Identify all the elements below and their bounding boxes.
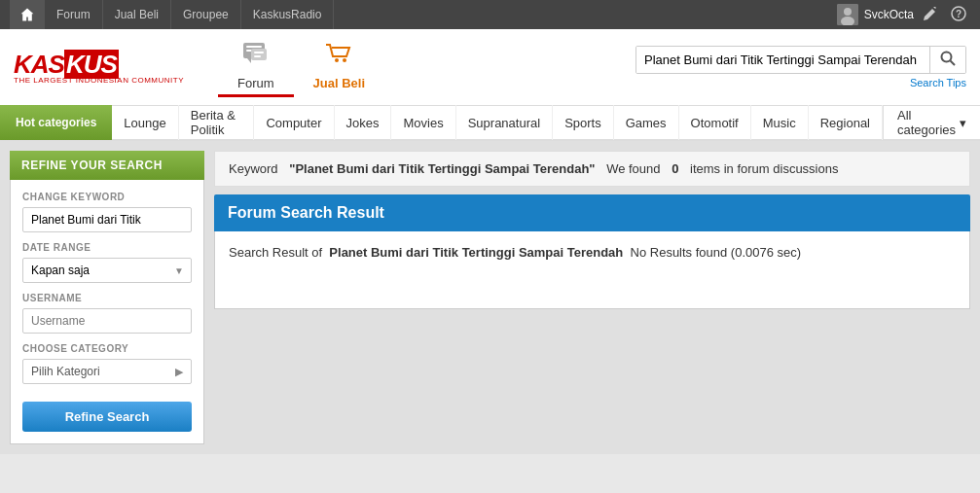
search-tips-link[interactable]: Search Tips bbox=[910, 77, 966, 88]
jualbeli-header-nav[interactable]: Jual Beli bbox=[294, 37, 384, 97]
jualbeli-nav-icon bbox=[324, 41, 353, 72]
top-nav-right: SvckOcta ? bbox=[837, 4, 970, 25]
all-categories-label: All categories bbox=[897, 108, 956, 137]
all-categories-button[interactable]: All categories ▾ bbox=[883, 105, 980, 140]
svg-point-12 bbox=[335, 58, 339, 62]
results-body: Search Result of Planet Bumi dari Titik … bbox=[214, 231, 970, 309]
jualbeli-nav-label: Jual Beli bbox=[313, 76, 365, 90]
banner-suffix: We found bbox=[606, 161, 660, 176]
date-range-select-wrap: Kapan saja Hari ini Minggu ini Bulan ini… bbox=[22, 258, 192, 283]
svg-rect-6 bbox=[246, 46, 262, 48]
cat-supranatural[interactable]: Supranatural bbox=[456, 105, 553, 140]
result-prefix: Search Result of bbox=[229, 245, 322, 260]
keyword-banner: Keyword "Planet Bumi dari Titik Tertingg… bbox=[214, 151, 970, 187]
avatar-image bbox=[837, 4, 858, 25]
top-nav-left: Forum Jual Beli Groupee KaskusRadio bbox=[10, 0, 334, 29]
top-navigation: Forum Jual Beli Groupee KaskusRadio Svck… bbox=[0, 0, 980, 29]
svg-rect-9 bbox=[251, 49, 267, 60]
cat-regional[interactable]: Regional bbox=[809, 105, 883, 140]
help-icon: ? bbox=[951, 6, 966, 21]
refine-search-button[interactable]: Refine Search bbox=[22, 402, 192, 432]
category-picker[interactable]: Pilih Kategori ▶ bbox=[22, 359, 192, 384]
cat-jokes[interactable]: Jokes bbox=[335, 105, 392, 140]
cart-icon bbox=[324, 41, 353, 66]
cat-sports[interactable]: Sports bbox=[553, 105, 614, 140]
refine-body: CHANGE KEYWORD DATE RANGE Kapan saja Har… bbox=[10, 180, 204, 444]
svg-text:?: ? bbox=[956, 9, 962, 19]
header-nav: Forum Jual Beli bbox=[218, 37, 384, 97]
choose-category-label: CHOOSE CATEGORY bbox=[22, 343, 192, 354]
search-icon bbox=[940, 51, 956, 66]
cat-berita[interactable]: Berita & Politik bbox=[179, 105, 255, 140]
cat-computer[interactable]: Computer bbox=[254, 105, 334, 140]
forum-nav-item[interactable]: Forum bbox=[45, 0, 103, 29]
banner-count: 0 bbox=[671, 161, 678, 176]
logo[interactable]: KASKUS THE LARGEST INDONESIAN COMMUNITY bbox=[14, 50, 208, 85]
cat-lounge[interactable]: Lounge bbox=[112, 105, 178, 140]
results-panel: Keyword "Planet Bumi dari Titik Tertingg… bbox=[214, 151, 970, 444]
home-button[interactable] bbox=[10, 0, 45, 29]
home-icon bbox=[19, 7, 35, 22]
result-suffix: No Results found (0.0076 sec) bbox=[631, 245, 802, 260]
keyword-input[interactable] bbox=[22, 207, 192, 232]
banner-items: items in forum discussions bbox=[690, 161, 838, 176]
kaskusradio-nav-item[interactable]: KaskusRadio bbox=[241, 0, 335, 29]
search-box bbox=[635, 46, 966, 74]
date-range-select[interactable]: Kapan saja Hari ini Minggu ini Bulan ini bbox=[22, 258, 192, 283]
help-button[interactable]: ? bbox=[947, 6, 970, 24]
username-label: SvckOcta bbox=[864, 8, 914, 21]
cat-music[interactable]: Music bbox=[751, 105, 809, 140]
search-button[interactable] bbox=[929, 47, 965, 73]
all-cat-arrow-icon: ▾ bbox=[960, 116, 966, 130]
category-arrow-icon: ▶ bbox=[175, 366, 183, 378]
refine-panel: REFINE YOUR SEARCH CHANGE KEYWORD DATE R… bbox=[10, 151, 204, 444]
refine-header: REFINE YOUR SEARCH bbox=[10, 151, 204, 180]
site-header: KASKUS THE LARGEST INDONESIAN COMMUNITY … bbox=[0, 29, 980, 106]
username-label: USERNAME bbox=[22, 293, 192, 303]
category-picker-text: Pilih Kategori bbox=[31, 365, 100, 378]
search-input[interactable] bbox=[636, 47, 929, 73]
forum-header-nav[interactable]: Forum bbox=[218, 37, 294, 97]
svg-point-1 bbox=[844, 8, 852, 16]
logo-tagline: THE LARGEST INDONESIAN COMMUNITY bbox=[14, 76, 208, 85]
svg-rect-10 bbox=[254, 52, 264, 53]
results-text: Search Result of Planet Bumi dari Titik … bbox=[229, 245, 956, 260]
pencil-icon bbox=[924, 7, 937, 20]
hot-categories-button[interactable]: Hot categories bbox=[0, 105, 112, 140]
results-header: Forum Search Result bbox=[214, 194, 970, 231]
logo-area: KASKUS THE LARGEST INDONESIAN COMMUNITY bbox=[14, 50, 208, 85]
forum-icon bbox=[241, 41, 271, 66]
svg-line-15 bbox=[951, 60, 956, 65]
svg-rect-11 bbox=[254, 55, 261, 57]
svg-marker-8 bbox=[247, 58, 251, 63]
banner-prefix: Keyword bbox=[229, 161, 278, 176]
main-area: REFINE YOUR SEARCH CHANGE KEYWORD DATE R… bbox=[0, 141, 980, 454]
keyword-label: CHANGE KEYWORD bbox=[22, 192, 192, 202]
svg-point-14 bbox=[942, 52, 952, 61]
cat-movies[interactable]: Movies bbox=[391, 105, 455, 140]
username-input[interactable] bbox=[22, 308, 192, 334]
forum-nav-label: Forum bbox=[237, 76, 274, 90]
groupee-nav-item[interactable]: Groupee bbox=[171, 0, 241, 29]
search-area: Search Tips bbox=[394, 46, 966, 88]
cat-games[interactable]: Games bbox=[614, 105, 679, 140]
edit-profile-button[interactable] bbox=[920, 7, 941, 23]
forum-nav-icon bbox=[241, 41, 271, 72]
date-range-label: DATE RANGE bbox=[22, 242, 192, 253]
banner-keyword: "Planet Bumi dari Titik Tertinggi Sampai… bbox=[289, 161, 595, 176]
jualbeli-nav-item[interactable]: Jual Beli bbox=[103, 0, 171, 29]
cat-otomotif[interactable]: Otomotif bbox=[679, 105, 751, 140]
user-avatar bbox=[837, 4, 858, 25]
category-bar: Hot categories Lounge Berita & Politik C… bbox=[0, 106, 980, 141]
result-keyword: Planet Bumi dari Titik Tertinggi Sampai … bbox=[329, 245, 623, 260]
svg-point-13 bbox=[343, 58, 346, 62]
